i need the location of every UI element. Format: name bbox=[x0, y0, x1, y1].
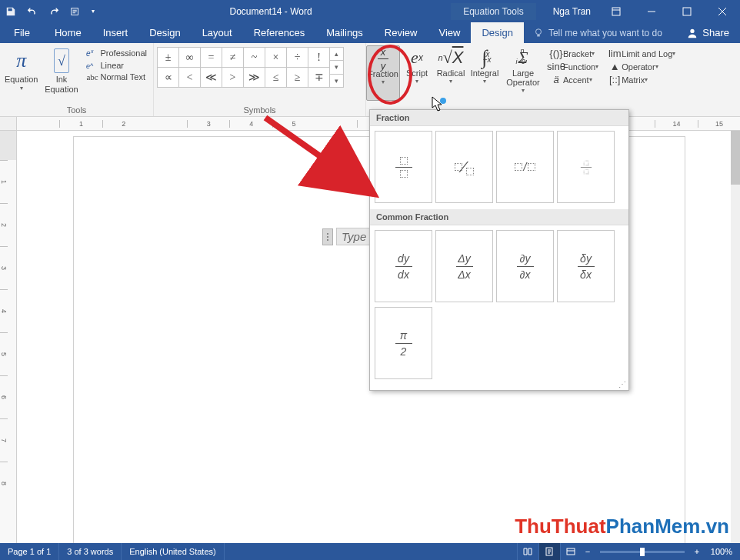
minimize-icon[interactable] bbox=[634, 0, 669, 22]
tab-view[interactable]: View bbox=[428, 22, 471, 43]
zoom-in-button[interactable]: + bbox=[691, 547, 703, 556]
normal-text-option[interactable]: abc Normal Text bbox=[83, 72, 150, 82]
status-word-count[interactable]: 3 of 3 words bbox=[59, 543, 122, 560]
operator-button[interactable]: ▲Operator ▾ bbox=[608, 60, 675, 73]
qat-dropdown-icon[interactable]: ▾ bbox=[86, 0, 100, 22]
save-icon[interactable] bbox=[0, 0, 22, 22]
accent-button[interactable]: äAccent ▾ bbox=[549, 73, 598, 86]
fraction-small[interactable] bbox=[557, 131, 615, 203]
symbol-cell[interactable]: ~ bbox=[244, 48, 265, 68]
zoom-slider[interactable] bbox=[600, 551, 685, 553]
symbol-cell[interactable]: ± bbox=[158, 48, 179, 68]
tab-design[interactable]: Design bbox=[138, 22, 191, 43]
common-fraction-item[interactable]: δyδx bbox=[557, 230, 615, 302]
symbol-cell[interactable]: ! bbox=[308, 48, 330, 68]
symbol-cell[interactable]: ∞ bbox=[179, 48, 201, 68]
common-fraction-item[interactable]: dydx bbox=[375, 230, 432, 302]
symbol-cell[interactable]: ≥ bbox=[287, 68, 308, 88]
status-bar: Page 1 of 1 3 of 3 words English (United… bbox=[0, 543, 740, 560]
zoom-value[interactable]: 100% bbox=[703, 547, 740, 556]
accent-label: Accent bbox=[563, 75, 589, 85]
bracket-button[interactable]: {()}Bracket ▾ bbox=[549, 47, 598, 60]
chevron-down-icon: ▾ bbox=[655, 63, 658, 70]
symbol-cell[interactable]: ÷ bbox=[287, 48, 308, 68]
account-name[interactable]: Nga Tran bbox=[545, 6, 598, 17]
fraction-button[interactable]: xy Fraction ▾ bbox=[366, 45, 400, 101]
tab-equation-design[interactable]: Design bbox=[471, 22, 523, 43]
large-operator-button[interactable]: Σni=0 Large Operator ▾ bbox=[502, 45, 545, 101]
symbols-nav: ▴ ▾ ▾ bbox=[330, 47, 344, 88]
integral-label: Integral bbox=[471, 68, 499, 78]
symbol-cell[interactable]: ≫ bbox=[244, 68, 265, 88]
symbol-cell[interactable]: ∝ bbox=[158, 68, 179, 88]
share-label: Share bbox=[702, 27, 729, 38]
script-button[interactable]: ex Script ▾ bbox=[400, 45, 434, 101]
zoom-slider-thumb[interactable] bbox=[640, 548, 645, 556]
fraction-icon: xy bbox=[378, 48, 388, 69]
symbols-more[interactable]: ▾ bbox=[330, 75, 343, 87]
symbol-cell[interactable]: > bbox=[222, 68, 244, 88]
maximize-icon[interactable] bbox=[669, 0, 705, 22]
equation-handle-icon[interactable] bbox=[322, 228, 333, 245]
fraction-linear[interactable]: / bbox=[496, 131, 554, 203]
common-fraction-item[interactable]: ΔyΔx bbox=[435, 230, 493, 302]
close-icon[interactable] bbox=[705, 0, 740, 22]
web-layout-icon[interactable] bbox=[560, 543, 582, 560]
doc-name: Document14 bbox=[229, 6, 282, 17]
equation-label: Equation bbox=[5, 75, 38, 85]
tell-me-search[interactable]: Tell me what you want to do bbox=[524, 22, 676, 43]
tab-home[interactable]: Home bbox=[44, 22, 92, 43]
read-mode-icon[interactable] bbox=[517, 543, 538, 560]
resize-grip-icon[interactable]: ⋰ bbox=[618, 380, 626, 388]
vertical-ruler[interactable]: 12345678 bbox=[0, 131, 17, 543]
operator-icon: ▲ bbox=[608, 61, 622, 72]
symbol-cell[interactable]: ≪ bbox=[201, 68, 222, 88]
function-button[interactable]: sinθFunction ▾ bbox=[549, 60, 598, 73]
chevron-down-icon: ▾ bbox=[592, 50, 595, 57]
ink-equation-button[interactable]: √ Ink Equation bbox=[39, 45, 83, 101]
gallery-header-fraction: Fraction bbox=[370, 110, 628, 126]
matrix-button[interactable]: [::]Matrix ▾ bbox=[608, 73, 675, 86]
limit-log-button[interactable]: limLimit and Log ▾ bbox=[608, 47, 675, 60]
undo-icon[interactable] bbox=[22, 0, 43, 22]
symbol-cell[interactable]: ∓ bbox=[308, 68, 330, 88]
radical-button[interactable]: n√X Radical ▾ bbox=[434, 45, 468, 101]
gallery-header-common: Common Fraction bbox=[370, 209, 628, 225]
common-fraction-item[interactable]: ∂y∂x bbox=[496, 230, 554, 302]
integral-button[interactable]: ∫x−x Integral ▾ bbox=[468, 45, 502, 101]
symbol-cell[interactable]: × bbox=[265, 48, 287, 68]
symbols-scroll-up[interactable]: ▴ bbox=[330, 48, 343, 61]
tab-file[interactable]: File bbox=[0, 22, 44, 43]
symbol-cell[interactable]: = bbox=[201, 48, 222, 68]
redo-icon[interactable] bbox=[43, 0, 65, 22]
tab-layout[interactable]: Layout bbox=[192, 22, 243, 43]
tab-mailings[interactable]: Mailings bbox=[315, 22, 374, 43]
symbols-scroll-down[interactable]: ▾ bbox=[330, 61, 343, 74]
fraction-skewed[interactable]: ⁄ bbox=[435, 131, 493, 203]
vertical-scrollbar[interactable] bbox=[731, 131, 740, 543]
equation-button[interactable]: π Equation ▾ bbox=[3, 45, 39, 101]
status-page[interactable]: Page 1 of 1 bbox=[0, 543, 59, 560]
symbol-cell[interactable]: ≠ bbox=[222, 48, 244, 68]
matrix-icon: [::] bbox=[608, 74, 622, 85]
zoom-out-button[interactable]: − bbox=[582, 547, 594, 556]
scrollbar-thumb[interactable] bbox=[731, 131, 740, 185]
common-fraction-item[interactable]: π2 bbox=[375, 307, 432, 379]
symbol-cell[interactable]: ≤ bbox=[265, 68, 287, 88]
professional-option[interactable]: ex Professional bbox=[83, 47, 150, 59]
chevron-down-icon: ▾ bbox=[645, 76, 648, 83]
fraction-stacked[interactable] bbox=[375, 131, 432, 203]
status-language[interactable]: English (United States) bbox=[122, 543, 225, 560]
share-button[interactable]: Share bbox=[676, 22, 740, 43]
linear-option[interactable]: e^ Linear bbox=[83, 59, 150, 72]
normal-text-label: Normal Text bbox=[100, 72, 145, 82]
tab-references[interactable]: References bbox=[243, 22, 315, 43]
ribbon-display-options-icon[interactable] bbox=[598, 0, 634, 22]
tab-review[interactable]: Review bbox=[374, 22, 428, 43]
print-layout-icon[interactable] bbox=[538, 543, 560, 560]
symbol-cell[interactable]: < bbox=[179, 68, 201, 88]
limit-icon: lim bbox=[608, 48, 622, 59]
svg-rect-2 bbox=[683, 8, 691, 15]
qat-more-icon[interactable] bbox=[65, 0, 86, 22]
tab-insert[interactable]: Insert bbox=[92, 22, 139, 43]
